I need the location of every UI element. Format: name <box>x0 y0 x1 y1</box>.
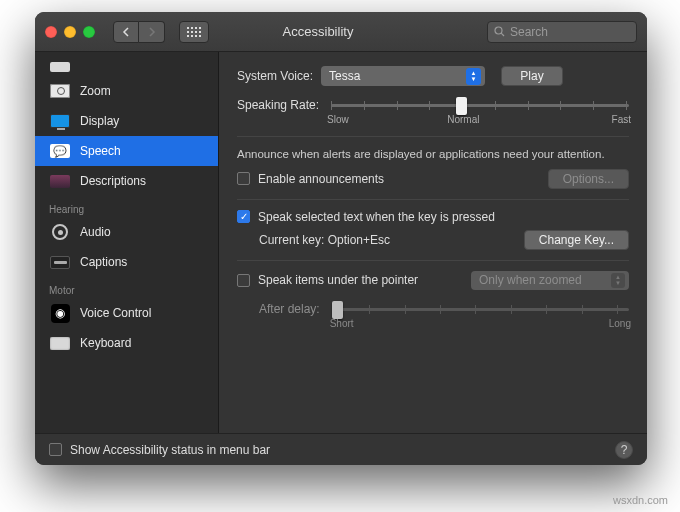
rate-tick-fast: Fast <box>612 114 631 125</box>
close-button[interactable] <box>45 26 57 38</box>
enable-announcements-row: Enable announcements Options... <box>237 169 629 189</box>
after-delay-row: After delay: Short Long <box>259 296 629 318</box>
system-voice-label: System Voice: <box>237 69 313 83</box>
chevron-updown-icon: ▲▼ <box>466 68 481 85</box>
rate-tick-normal: Normal <box>447 114 479 125</box>
content-area: Zoom Display 💬 Speech Descriptions Heari… <box>35 52 647 433</box>
after-delay-label: After delay: <box>259 302 320 316</box>
options-button: Options... <box>548 169 629 189</box>
captions-icon <box>50 256 70 269</box>
sidebar: Zoom Display 💬 Speech Descriptions Heari… <box>35 52 219 433</box>
slider-thumb <box>332 301 343 319</box>
system-voice-value: Tessa <box>329 69 360 83</box>
speak-selected-checkbox[interactable]: ✓ <box>237 210 250 223</box>
speak-selected-row: ✓ Speak selected text when the key is pr… <box>237 210 629 224</box>
zoom-mode-select: Only when zoomed ▲▼ <box>471 271 629 290</box>
sidebar-item-label: Captions <box>80 255 127 269</box>
keyboard-icon <box>50 337 70 350</box>
sidebar-item-display[interactable]: Display <box>35 106 218 136</box>
slider-thumb[interactable] <box>456 97 467 115</box>
delay-tick-short: Short <box>330 318 354 329</box>
help-button[interactable]: ? <box>615 441 633 459</box>
zoom-icon <box>50 84 70 98</box>
sidebar-item-label: Keyboard <box>80 336 131 350</box>
sidebar-item-label: Audio <box>80 225 111 239</box>
voice-control-icon: ◉ <box>51 304 70 323</box>
window-controls <box>45 26 95 38</box>
sidebar-heading-motor: Motor <box>35 277 218 298</box>
rate-tick-slow: Slow <box>327 114 349 125</box>
audio-icon <box>52 224 68 240</box>
speak-pointer-label: Speak items under the pointer <box>258 273 418 287</box>
sidebar-item-label: Zoom <box>80 84 111 98</box>
sidebar-item-partial[interactable] <box>35 58 218 76</box>
system-voice-row: System Voice: Tessa ▲▼ Play <box>237 66 629 86</box>
sidebar-item-voice-control[interactable]: ◉ Voice Control <box>35 298 218 328</box>
svg-line-13 <box>501 33 504 36</box>
sidebar-item-captions[interactable]: Captions <box>35 247 218 277</box>
sidebar-item-label: Voice Control <box>80 306 151 320</box>
enable-announcements-label: Enable announcements <box>258 172 384 186</box>
generic-icon <box>50 62 70 72</box>
delay-tick-long: Long <box>609 318 631 329</box>
svg-point-12 <box>495 27 502 34</box>
zoom-mode-value: Only when zoomed <box>479 273 582 287</box>
show-status-checkbox[interactable] <box>49 443 62 456</box>
speaking-rate-row: Speaking Rate: Slow Normal Fast <box>237 92 629 114</box>
sidebar-item-label: Descriptions <box>80 174 146 188</box>
chevron-updown-icon: ▲▼ <box>611 273 625 288</box>
after-delay-slider <box>334 296 629 326</box>
enable-announcements-checkbox[interactable] <box>237 172 250 185</box>
speak-pointer-row: Speak items under the pointer Only when … <box>237 271 629 290</box>
speak-pointer-checkbox[interactable] <box>237 274 250 287</box>
speak-selected-label: Speak selected text when the key is pres… <box>258 210 495 224</box>
sidebar-heading-hearing: Hearing <box>35 196 218 217</box>
speaking-rate-slider[interactable] <box>331 92 629 122</box>
preferences-window: Accessibility Search Zoom Display 💬 Spee… <box>35 12 647 465</box>
display-icon <box>50 114 70 128</box>
sidebar-item-zoom[interactable]: Zoom <box>35 76 218 106</box>
search-placeholder: Search <box>510 25 548 39</box>
search-field[interactable]: Search <box>487 21 637 43</box>
search-icon <box>494 26 505 37</box>
descriptions-icon <box>50 175 70 188</box>
maximize-button[interactable] <box>83 26 95 38</box>
settings-panel: System Voice: Tessa ▲▼ Play Speaking Rat… <box>219 52 647 433</box>
system-voice-select[interactable]: Tessa ▲▼ <box>321 66 485 86</box>
watermark: wsxdn.com <box>613 494 668 506</box>
current-key-row: Current key: Option+Esc Change Key... <box>259 230 629 250</box>
play-button[interactable]: Play <box>501 66 563 86</box>
sidebar-item-speech[interactable]: 💬 Speech <box>35 136 218 166</box>
announce-description: Announce when alerts are displayed or ap… <box>237 147 629 163</box>
sidebar-item-label: Speech <box>80 144 121 158</box>
speaking-rate-label: Speaking Rate: <box>237 98 319 112</box>
titlebar: Accessibility Search <box>35 12 647 52</box>
speech-icon: 💬 <box>50 144 70 158</box>
sidebar-item-label: Display <box>80 114 119 128</box>
back-button[interactable] <box>113 21 139 43</box>
current-key-label: Current key: Option+Esc <box>259 233 390 247</box>
minimize-button[interactable] <box>64 26 76 38</box>
window-title: Accessibility <box>157 24 479 39</box>
show-status-label: Show Accessibility status in menu bar <box>70 443 270 457</box>
footer: Show Accessibility status in menu bar ? <box>35 433 647 465</box>
sidebar-item-descriptions[interactable]: Descriptions <box>35 166 218 196</box>
sidebar-item-keyboard[interactable]: Keyboard <box>35 328 218 358</box>
change-key-button[interactable]: Change Key... <box>524 230 629 250</box>
sidebar-item-audio[interactable]: Audio <box>35 217 218 247</box>
